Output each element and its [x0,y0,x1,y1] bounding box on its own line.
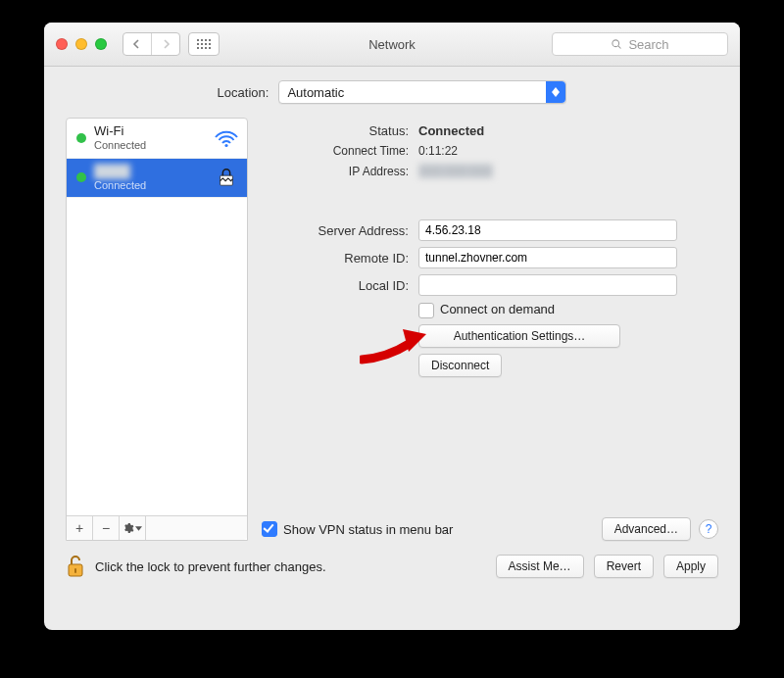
apply-button[interactable]: Apply [663,555,718,578]
search-placeholder: Search [628,37,668,52]
status-value: Connected [418,123,718,138]
checkbox-icon[interactable] [418,303,434,318]
traffic-lights [56,38,107,50]
auth-settings-button[interactable]: Authentication Settings… [418,324,620,348]
service-status: Connected [94,139,206,152]
lock-hint: Click the lock to prevent further change… [95,559,326,574]
location-row: Location: Automatic [66,80,718,104]
ip-address-redacted: 000 000 000 [418,164,493,178]
minimize-icon[interactable] [75,38,87,50]
connect-on-demand-label: Connect on demand [440,302,555,316]
detail-bottom-row: Show VPN status in menu bar Advanced… ? [262,517,718,541]
remote-id-input[interactable] [418,247,677,268]
titlebar: Network Search [44,23,740,67]
server-address-label: Server Address: [262,223,409,238]
zoom-icon[interactable] [95,38,107,50]
disconnect-button[interactable]: Disconnect [418,354,502,377]
close-icon[interactable] [56,38,68,50]
local-id-label: Local ID: [262,278,409,293]
location-popup[interactable]: Automatic [278,80,566,104]
status-label: Status: [262,123,409,138]
search-icon [611,38,622,50]
service-list[interactable]: Wi-Fi Connected ████ Connected + − [66,118,248,541]
advanced-button[interactable]: Advanced… [602,517,691,541]
network-prefs-window: Network Search Location: Automatic [44,23,740,630]
ip-address-label: IP Address: [262,165,409,178]
chevron-down-icon [135,526,142,531]
service-actions-button[interactable] [120,516,146,540]
unlock-icon[interactable] [66,555,85,578]
status-dot-icon [76,133,86,143]
location-label: Location: [218,85,270,100]
revert-button[interactable]: Revert [594,555,654,578]
connect-on-demand-row[interactable]: Connect on demand [418,302,718,318]
connect-time-value: 0:11:22 [418,144,718,158]
svg-point-2 [224,144,227,147]
service-status: Connected [94,179,206,192]
forward-button[interactable] [151,33,179,55]
svg-line-1 [618,46,621,49]
wifi-icon [214,128,239,148]
help-button[interactable]: ? [699,519,718,539]
gear-icon [122,522,134,534]
show-vpn-status-label: Show VPN status in menu bar [283,522,453,537]
service-name-redacted: ████ [94,165,130,179]
service-detail: Status: Connected Connect Time: 0:11:22 … [262,118,718,541]
local-id-input[interactable] [418,274,677,296]
remote-id-label: Remote ID: [262,251,409,266]
assist-me-button[interactable]: Assist Me… [496,555,584,578]
back-button[interactable] [123,33,151,55]
server-address-input[interactable] [418,219,677,241]
chevron-updown-icon [546,81,565,103]
add-service-button[interactable]: + [67,516,93,540]
lock-icon [214,168,239,187]
search-input[interactable]: Search [552,32,728,56]
show-all-button[interactable] [188,32,220,56]
status-dot-icon [76,172,86,182]
service-vpn[interactable]: ████ Connected [67,159,247,199]
remove-service-button[interactable]: − [93,516,120,540]
service-wifi[interactable]: Wi-Fi Connected [67,119,247,159]
nav-buttons [122,32,180,56]
svg-rect-5 [74,568,76,573]
window-footer: Click the lock to prevent further change… [66,555,718,578]
service-name: Wi-Fi [94,124,206,139]
connect-time-label: Connect Time: [262,144,409,158]
location-value: Automatic [287,85,344,100]
svg-point-0 [612,40,619,47]
service-list-footer: + − [67,515,247,540]
show-vpn-status-checkbox[interactable] [262,521,277,537]
